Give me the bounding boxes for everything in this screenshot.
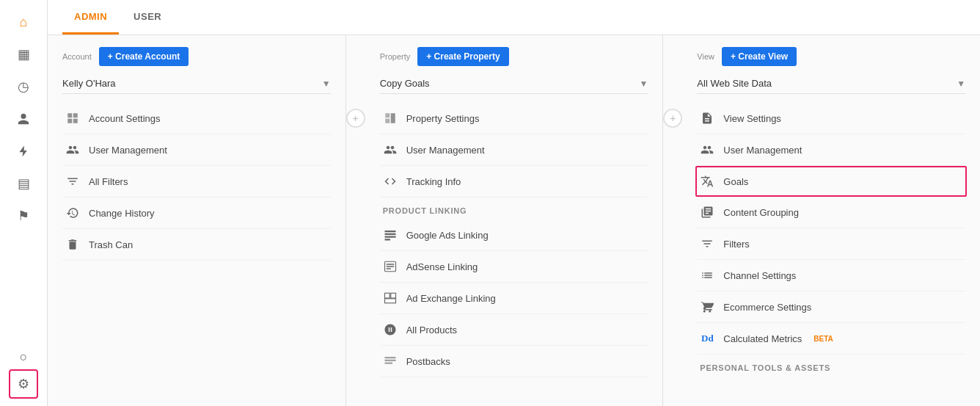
flag-icon[interactable]: ⚑ [9,201,38,231]
trash-can-item[interactable]: Trash Can [62,229,331,261]
google-ads-linking-item[interactable]: Google Ads Linking [380,220,648,251]
property-users-icon [383,142,398,157]
ecommerce-settings-item[interactable]: Ecommerce Settings [697,291,965,323]
lightning-icon[interactable] [9,137,38,166]
view-dropdown-value: All Web Site Data [697,78,772,89]
dashboard-icon[interactable]: ▦ [9,40,38,69]
view-filters-label: Filters [723,239,749,250]
all-products-item[interactable]: All Products [380,314,648,346]
postbacks-item[interactable]: Postbacks [380,346,648,377]
view-filters-item[interactable]: Filters [697,228,965,260]
view-settings-label: View Settings [723,113,781,124]
history-icon [65,206,80,220]
adsense-linking-item[interactable]: AdSense Linking [380,251,648,283]
personal-tools-section: PERSONAL TOOLS & ASSETS [697,355,965,377]
admin-content: Account + Create Account Kelly O'Hara ▼ … [48,35,980,406]
tracking-info-item[interactable]: Tracking Info [380,166,648,197]
postbacks-icon [383,354,398,369]
property-settings-item[interactable]: Property Settings [380,103,648,134]
all-products-label: All Products [406,325,457,336]
view-column: View + Create View All Web Site Data ▼ V… [682,35,980,406]
settings-button[interactable]: ⚙ [9,369,38,399]
property-user-management-label: User Management [406,145,485,156]
calculated-metrics-label: Calculated Metrics [723,333,802,344]
account-settings-label: Account Settings [89,113,161,124]
account-dropdown-arrow: ▼ [322,79,331,89]
goals-item[interactable]: Goals [695,166,967,197]
svg-rect-2 [384,233,395,235]
circle-connector-2: + [663,109,682,128]
account-dropdown[interactable]: Kelly O'Hara ▼ [62,73,331,94]
account-dropdown-value: Kelly O'Hara [62,78,116,89]
svg-rect-13 [384,360,395,361]
tab-admin[interactable]: ADMIN [62,1,119,35]
table-icon[interactable]: ▤ [9,169,38,198]
property-dropdown[interactable]: Copy Goals ▼ [380,73,648,94]
create-view-button[interactable]: + Create View [722,47,797,66]
notification-icon[interactable]: ○ [20,349,28,365]
svg-rect-11 [384,299,395,303]
beta-badge: BETA [813,335,833,343]
change-history-item[interactable]: Change History [62,197,331,229]
content-grouping-label: Content Grouping [723,207,799,218]
goals-label: Goals [723,176,748,187]
filter-icon [65,174,80,189]
trash-icon [65,237,80,252]
all-products-icon [383,322,398,337]
view-settings-item[interactable]: View Settings [697,103,965,134]
svg-rect-1 [384,231,395,232]
change-history-label: Change History [89,208,155,219]
svg-rect-14 [384,363,392,364]
view-users-icon [700,142,714,157]
grid-icon [65,111,80,126]
tracking-info-label: Tracking Info [406,176,461,187]
main-content: ADMIN USER Account + Create Account Kell… [48,0,980,406]
account-user-management-item[interactable]: User Management [62,134,331,166]
property-user-management-item[interactable]: User Management [380,134,648,166]
content-grouping-icon [700,205,714,220]
svg-rect-10 [390,293,395,298]
content-grouping-item[interactable]: Content Grouping [697,197,965,228]
ad-exchange-item[interactable]: Ad Exchange Linking [380,283,648,314]
trash-can-label: Trash Can [89,239,133,250]
calculated-metrics-item[interactable]: Dd Calculated Metrics BETA [697,323,965,355]
account-settings-item[interactable]: Account Settings [62,103,331,134]
view-user-management-item[interactable]: User Management [697,134,965,166]
ecommerce-settings-label: Ecommerce Settings [723,302,811,313]
top-navigation: ADMIN USER [48,0,980,35]
google-ads-label: Google Ads Linking [406,230,489,241]
circle-connector-1: + [346,109,365,128]
account-user-management-label: User Management [89,145,167,156]
svg-rect-0 [390,113,395,123]
svg-rect-7 [386,266,394,267]
view-dropdown[interactable]: All Web Site Data ▼ [697,73,965,94]
ad-exchange-icon [383,291,398,305]
account-label: Account [62,52,92,61]
channel-settings-item[interactable]: Channel Settings [697,260,965,291]
account-header: Account + Create Account [62,47,331,66]
view-user-management-label: User Management [723,145,802,156]
person-icon[interactable] [9,104,38,134]
clock-icon[interactable]: ◷ [9,72,38,101]
create-property-button[interactable]: + Create Property [417,47,508,66]
cart-icon [700,300,714,314]
dd-icon: Dd [700,331,714,346]
home-icon[interactable]: ⌂ [9,7,38,37]
postbacks-label: Postbacks [406,356,450,367]
view-label: View [697,52,714,61]
all-filters-item[interactable]: All Filters [62,166,331,197]
property-settings-icon [383,111,398,126]
google-ads-icon [383,228,398,242]
tab-user[interactable]: USER [122,1,173,35]
all-filters-label: All Filters [89,176,128,187]
create-account-button[interactable]: + Create Account [99,47,189,66]
channel-settings-label: Channel Settings [723,270,796,281]
property-settings-label: Property Settings [406,113,480,124]
svg-rect-3 [384,236,395,238]
svg-rect-8 [386,268,390,269]
view-header: View + Create View [697,47,965,66]
connector-2: + [663,35,682,406]
view-dropdown-arrow: ▼ [957,79,965,89]
adsense-icon [383,259,398,274]
property-dropdown-arrow: ▼ [639,79,648,89]
